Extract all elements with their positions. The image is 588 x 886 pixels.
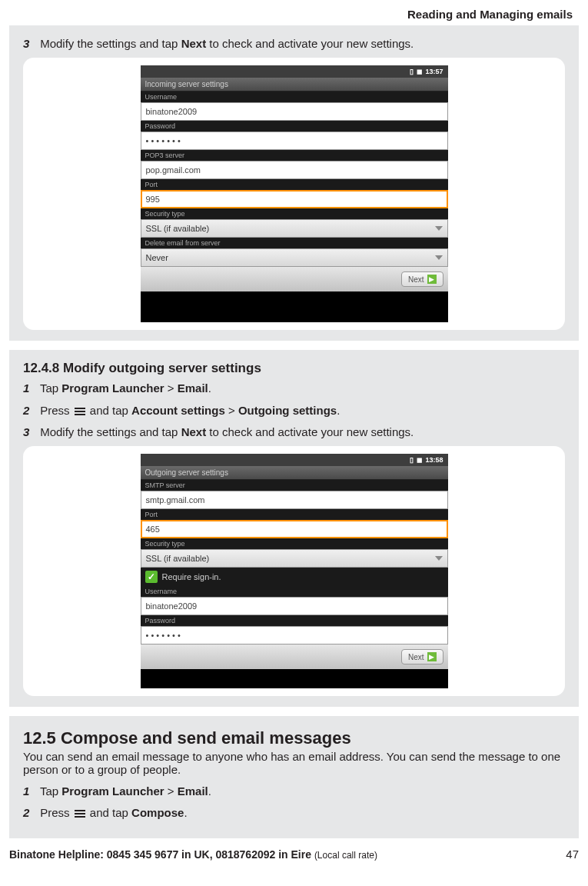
t: and tap xyxy=(90,404,131,417)
label-smtp: SMTP server xyxy=(141,480,448,491)
arrow-right-icon: ▶ xyxy=(427,652,437,661)
section-1248: 12.4.8 Modify outgoing server settings 1… xyxy=(9,350,579,707)
input-password[interactable]: • • • • • • • xyxy=(141,626,448,645)
t: > xyxy=(164,381,178,395)
step-text-b: to check and activate your new settings. xyxy=(206,37,414,50)
bottom-bar: Next ▶ xyxy=(141,645,448,669)
select-delete-value: Never xyxy=(146,253,168,262)
step-num: 1 xyxy=(23,784,37,799)
select-delete[interactable]: Never xyxy=(141,248,448,267)
step-1-125: 1 Tap Program Launcher > Email. xyxy=(23,784,565,799)
check-icon: ✓ xyxy=(145,571,158,583)
t: Press xyxy=(40,404,73,417)
footer-helpline: Binatone Helpline: 0845 345 9677 in UK, … xyxy=(9,848,314,861)
b: Program Launcher xyxy=(61,784,164,798)
t: . xyxy=(184,806,187,819)
step-num: 1 xyxy=(23,381,37,396)
input-password[interactable]: • • • • • • • xyxy=(141,132,448,150)
select-security[interactable]: SSL (if available) xyxy=(141,549,448,568)
label-username: Username xyxy=(141,92,448,102)
next-button-label: Next xyxy=(408,653,424,661)
page-header: Reading and Managing emails xyxy=(0,0,588,25)
label-security: Security type xyxy=(141,538,448,549)
step-3-1248: 3 Modify the settings and tap Next to ch… xyxy=(23,425,565,440)
t: and tap xyxy=(90,806,131,819)
label-username: Username xyxy=(141,586,448,597)
bottom-bar: Next ▶ xyxy=(141,267,448,291)
screen-fill xyxy=(141,669,448,688)
footer-rate: (Local call rate) xyxy=(314,850,377,861)
next-button-label: Next xyxy=(408,275,424,284)
label-password: Password xyxy=(141,121,448,132)
t: Press xyxy=(40,806,73,819)
step-2-1248: 2 Press and tap Account settings > Outgo… xyxy=(23,403,565,418)
label-security: Security type xyxy=(141,208,448,219)
step-bold: Next xyxy=(181,37,207,50)
next-button[interactable]: Next ▶ xyxy=(401,271,443,287)
label-port: Port xyxy=(141,509,448,520)
t: Tap xyxy=(40,784,61,798)
t: Modify the settings and tap xyxy=(40,425,181,438)
input-port[interactable]: 995 xyxy=(141,190,448,208)
t: . xyxy=(208,784,211,798)
b: Compose xyxy=(131,806,184,819)
status-time: 13:58 xyxy=(425,456,443,464)
input-username[interactable]: binatone2009 xyxy=(141,102,448,121)
checkbox-label: Require sign-in. xyxy=(162,572,221,581)
screenshot-incoming: ▯ ◼ 13:57 Incoming server settings Usern… xyxy=(23,58,565,330)
label-delete: Delete email from server xyxy=(141,238,448,248)
input-port[interactable]: 465 xyxy=(141,520,448,538)
b: Email xyxy=(178,784,208,798)
section-incoming: 3 Modify the settings and tap Next to ch… xyxy=(9,25,579,341)
step-3-top: 3 Modify the settings and tap Next to ch… xyxy=(23,36,565,52)
step-num: 3 xyxy=(23,36,37,52)
label-pop3: POP3 server xyxy=(141,150,448,161)
screenshot-outgoing: ▯ ◼ 13:58 Outgoing server settings SMTP … xyxy=(23,446,565,696)
b: Next xyxy=(181,425,207,438)
status-bar: ▯ ◼ 13:57 xyxy=(141,65,448,78)
select-security[interactable]: SSL (if available) xyxy=(141,219,448,238)
screen-fill xyxy=(141,291,448,322)
step-num: 3 xyxy=(23,425,37,440)
step-1-1248: 1 Tap Program Launcher > Email. xyxy=(23,381,565,396)
screen-title: Incoming server settings xyxy=(141,78,448,92)
step-2-125: 2 Press and tap Compose. xyxy=(23,805,565,821)
checkbox-require-signin[interactable]: ✓ Require sign-in. xyxy=(141,568,448,586)
input-username[interactable]: binatone2009 xyxy=(141,597,448,615)
heading-125: 12.5 Compose and send email messages xyxy=(23,728,565,748)
screen-title: Outgoing server settings xyxy=(141,466,448,480)
arrow-right-icon: ▶ xyxy=(427,275,437,284)
label-password: Password xyxy=(141,615,448,626)
select-security-value: SSL (if available) xyxy=(146,224,210,233)
phone-screen-1: ▯ ◼ 13:57 Incoming server settings Usern… xyxy=(141,65,448,322)
status-time: 13:57 xyxy=(425,68,443,75)
status-bar: ▯ ◼ 13:58 xyxy=(141,454,448,466)
b: Program Launcher xyxy=(61,381,164,395)
status-icons: ▯ ◼ xyxy=(410,68,424,75)
page-footer: Binatone Helpline: 0845 345 9677 in UK, … xyxy=(9,848,579,861)
page-number: 47 xyxy=(566,848,579,861)
menu-icon xyxy=(75,808,85,819)
label-port: Port xyxy=(141,179,448,190)
t: > xyxy=(225,404,238,417)
t: . xyxy=(337,404,340,417)
next-button[interactable]: Next ▶ xyxy=(401,649,443,664)
phone-screen-2: ▯ ◼ 13:58 Outgoing server settings SMTP … xyxy=(141,454,448,688)
chevron-down-icon xyxy=(435,226,443,231)
input-smtp[interactable]: smtp.gmail.com xyxy=(141,491,448,509)
chevron-down-icon xyxy=(435,255,443,260)
b: Outgoing settings xyxy=(238,404,337,417)
t: Tap xyxy=(40,381,61,395)
t: . xyxy=(208,381,211,395)
step-num: 2 xyxy=(23,403,37,418)
step-num: 2 xyxy=(23,805,37,821)
chevron-down-icon xyxy=(435,556,443,561)
b: Email xyxy=(178,381,208,395)
heading-1248: 12.4.8 Modify outgoing server settings xyxy=(23,361,565,376)
input-pop3[interactable]: pop.gmail.com xyxy=(141,161,448,179)
text-125: You can send an email message to anyone … xyxy=(23,750,565,776)
step-text: Modify the settings and tap xyxy=(40,37,181,50)
status-icons: ▯ ◼ xyxy=(410,456,424,464)
t: > xyxy=(164,784,178,798)
section-125: 12.5 Compose and send email messages You… xyxy=(9,716,579,838)
